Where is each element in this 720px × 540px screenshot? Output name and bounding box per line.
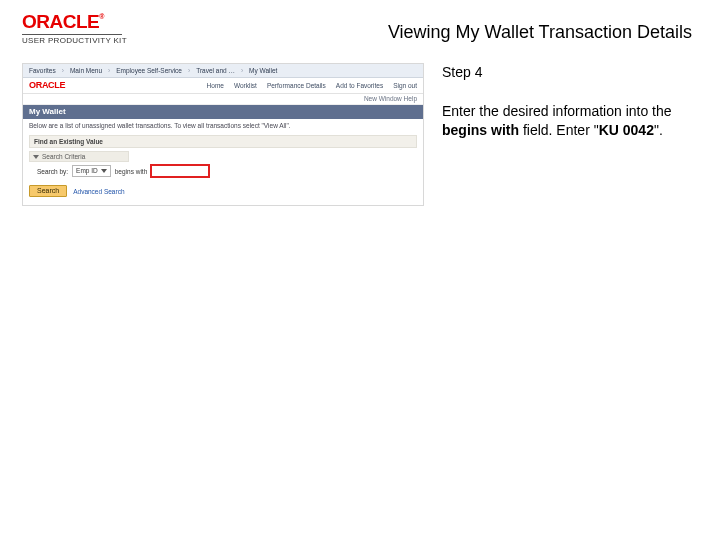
breadcrumb-item[interactable]: Favorites	[29, 67, 56, 74]
breadcrumb: Favorites› Main Menu› Employee Self-Serv…	[23, 64, 423, 78]
nav-perf[interactable]: Performance Details	[267, 82, 326, 89]
content-description: Below are a list of unassigned wallet tr…	[23, 119, 423, 133]
brand-word: ORACLE	[22, 11, 99, 32]
nav-worklist[interactable]: Worklist	[234, 82, 257, 89]
page-title: Viewing My Wallet Transaction Details	[127, 12, 698, 43]
instr-pre: Enter the desired information into the	[442, 103, 672, 119]
breadcrumb-item[interactable]: Main Menu	[70, 67, 102, 74]
search-button[interactable]: Search	[29, 185, 67, 197]
app-brand: ORACLE	[29, 80, 65, 90]
chevron-down-icon	[101, 169, 107, 173]
search-by-select[interactable]: Emp ID	[72, 165, 111, 177]
nav-signout[interactable]: Sign out	[393, 82, 417, 89]
instr-mid: field. Enter "	[519, 122, 599, 138]
search-criteria-label: Search Criteria	[42, 153, 85, 160]
search-by-value: Emp ID	[76, 166, 98, 176]
instruction-text: Enter the desired information into the b…	[442, 102, 698, 140]
instr-value: KU 0042	[599, 122, 654, 138]
tab-find-existing[interactable]: Find an Existing Value	[29, 135, 417, 148]
match-mode-text: begins with	[115, 168, 148, 175]
instr-post: ".	[654, 122, 663, 138]
begins-with-input[interactable]	[151, 165, 209, 177]
content-title: My Wallet	[23, 105, 423, 119]
breadcrumb-item[interactable]: My Wallet	[249, 67, 277, 74]
window-tools[interactable]: New Window Help	[23, 94, 423, 105]
brand-subtitle: USER PRODUCTIVITY KIT	[22, 36, 127, 45]
search-criteria-header[interactable]: Search Criteria	[29, 151, 129, 162]
chevron-down-icon	[33, 155, 39, 159]
global-nav: Home Worklist Performance Details Add to…	[207, 82, 417, 89]
brand-logo: ORACLE® USER PRODUCTIVITY KIT	[22, 12, 127, 45]
advanced-search-link[interactable]: Advanced Search	[73, 188, 124, 195]
step-label: Step 4	[442, 63, 698, 82]
brand-trademark: ®	[99, 13, 104, 20]
breadcrumb-item[interactable]: Employee Self-Service	[116, 67, 182, 74]
instr-field: begins with	[442, 122, 519, 138]
nav-home[interactable]: Home	[207, 82, 224, 89]
search-by-label: Search by:	[37, 168, 68, 175]
brand-rule	[22, 34, 122, 35]
breadcrumb-item[interactable]: Travel and …	[196, 67, 235, 74]
app-screenshot: Favorites› Main Menu› Employee Self-Serv…	[22, 63, 424, 206]
nav-fav[interactable]: Add to Favorites	[336, 82, 383, 89]
